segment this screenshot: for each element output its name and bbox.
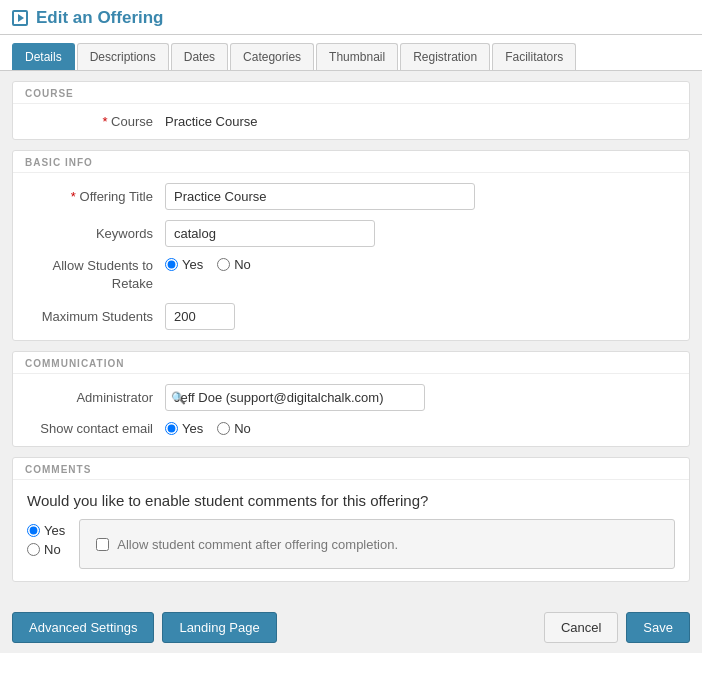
comments-radio-col: Yes No [27,519,65,557]
allow-retake-row: Allow Students toRetake Yes No [25,257,677,293]
show-email-no-option[interactable]: No [217,421,251,436]
show-email-no-radio[interactable] [217,422,230,435]
offering-title-label: * Offering Title [25,189,165,204]
course-value: Practice Course [165,114,677,129]
play-icon [12,10,28,26]
footer-right: Cancel Save [544,612,690,643]
content-area: COURSE * Course Practice Course BASIC IN… [0,71,702,602]
administrator-input[interactable] [165,384,425,411]
comments-yes-option[interactable]: Yes [27,523,65,538]
show-contact-email-value: Yes No [165,421,677,436]
allow-retake-value: Yes No [165,257,677,272]
max-students-row: Maximum Students [25,303,677,330]
administrator-label: Administrator [25,390,165,405]
show-contact-email-row: Show contact email Yes No [25,421,677,436]
allow-retake-no-radio[interactable] [217,258,230,271]
show-email-yes-label: Yes [182,421,203,436]
basic-info-section: BASIC INFO * Offering Title Keywords [12,150,690,341]
max-students-input[interactable] [165,303,235,330]
landing-page-button[interactable]: Landing Page [162,612,276,643]
footer-left: Advanced Settings Landing Page [12,612,277,643]
page-header: Edit an Offering [0,0,702,35]
show-contact-email-label: Show contact email [25,421,165,436]
course-section-body: * Course Practice Course [13,104,689,139]
communication-section: COMMUNICATION Administrator 🔍 Show conta… [12,351,690,447]
basic-info-body: * Offering Title Keywords Allow Students… [13,173,689,340]
tabs-row: Details Descriptions Dates Categories Th… [0,35,702,71]
footer-row: Advanced Settings Landing Page Cancel Sa… [0,602,702,653]
offering-title-row: * Offering Title [25,183,677,210]
page-wrapper: Edit an Offering Details Descriptions Da… [0,0,702,675]
allow-retake-no-option[interactable]: No [217,257,251,272]
allow-retake-yes-option[interactable]: Yes [165,257,203,272]
course-name: Practice Course [165,114,257,129]
tab-registration[interactable]: Registration [400,43,490,70]
max-students-value [165,303,677,330]
advanced-settings-button[interactable]: Advanced Settings [12,612,154,643]
administrator-row: Administrator 🔍 [25,384,677,411]
allow-retake-no-label: No [234,257,251,272]
admin-input-wrapper: 🔍 [165,384,425,411]
completion-checkbox-box: Allow student comment after offering com… [79,519,675,569]
offering-title-value [165,183,677,210]
offering-title-input[interactable] [165,183,475,210]
save-button[interactable]: Save [626,612,690,643]
allow-retake-label: Allow Students toRetake [25,257,165,293]
completion-checkbox-label: Allow student comment after offering com… [117,537,398,552]
comments-options-row: Yes No Allow student comment after offer… [27,519,675,569]
cancel-button[interactable]: Cancel [544,612,618,643]
keywords-input[interactable] [165,220,375,247]
keywords-value [165,220,677,247]
comments-section: COMMENTS Would you like to enable studen… [12,457,690,582]
allow-retake-yes-radio[interactable] [165,258,178,271]
keywords-row: Keywords [25,220,677,247]
tab-categories[interactable]: Categories [230,43,314,70]
allow-retake-radio-group: Yes No [165,257,251,272]
administrator-value: 🔍 [165,384,677,411]
comments-no-label: No [44,542,61,557]
communication-body: Administrator 🔍 Show contact email [13,374,689,446]
tab-details[interactable]: Details [12,43,75,70]
course-section: COURSE * Course Practice Course [12,81,690,140]
comments-no-radio[interactable] [27,543,40,556]
comments-question: Would you like to enable student comment… [27,492,675,509]
show-email-yes-option[interactable]: Yes [165,421,203,436]
allow-retake-yes-label: Yes [182,257,203,272]
max-students-label: Maximum Students [25,309,165,324]
communication-header: COMMUNICATION [13,352,689,374]
tab-dates[interactable]: Dates [171,43,228,70]
course-label: * Course [25,114,165,129]
comments-yes-radio[interactable] [27,524,40,537]
comments-body: Would you like to enable student comment… [13,480,689,581]
basic-info-header: BASIC INFO [13,151,689,173]
tab-thumbnail[interactable]: Thumbnail [316,43,398,70]
course-form-row: * Course Practice Course [25,114,677,129]
show-email-yes-radio[interactable] [165,422,178,435]
keywords-label: Keywords [25,226,165,241]
completion-checkbox[interactable] [96,538,109,551]
tab-facilitators[interactable]: Facilitators [492,43,576,70]
comments-yes-label: Yes [44,523,65,538]
tab-descriptions[interactable]: Descriptions [77,43,169,70]
show-email-no-label: No [234,421,251,436]
page-title: Edit an Offering [36,8,164,28]
comments-no-option[interactable]: No [27,542,65,557]
show-contact-email-radio-group: Yes No [165,421,251,436]
comments-header: COMMENTS [13,458,689,480]
course-section-header: COURSE [13,82,689,104]
